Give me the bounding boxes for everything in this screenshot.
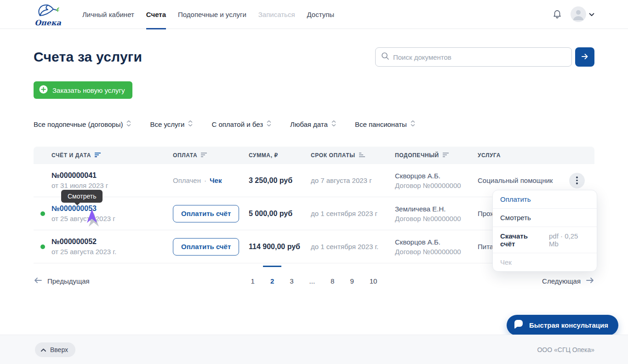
chevron-updown-icon (331, 120, 337, 128)
plus-circle-icon (39, 85, 48, 96)
due-date: до 7 августа 2023 г (311, 176, 395, 184)
top-nav-bar: Опека Личный кабинет Счета Подопечные и … (0, 0, 628, 29)
logo-wordmark: Опека (34, 19, 61, 27)
arrow-right-icon (580, 52, 589, 63)
search-box (375, 47, 572, 67)
page-button-1[interactable]: 1 (250, 277, 256, 285)
invoice-amount: 3 250,00 руб (249, 176, 311, 185)
table-header-row: СЧЁТ И ДАТА ОПЛАТА СУММА, ₽ СРОК ОПЛАТЫ … (34, 147, 594, 164)
page-button-9[interactable]: 9 (349, 277, 354, 285)
page-button-10[interactable]: 10 (369, 277, 378, 285)
chevron-updown-icon (266, 120, 272, 128)
menu-item-pay[interactable]: Оплатить (493, 190, 597, 208)
ward-contract: Договор №00000000 (395, 248, 478, 256)
ward-contract: Договор №00000000 (395, 215, 478, 222)
filter-wards-contracts[interactable]: Все подопечные (договоры) (34, 120, 131, 128)
sort-desc-icon (443, 152, 449, 159)
column-header-payment[interactable]: ОПЛАТА (173, 152, 249, 159)
scroll-to-top-button[interactable]: Вверх (35, 342, 75, 357)
due-date: до 1 сентября 2023 г (311, 210, 395, 217)
nav-item-access[interactable]: Доступы (301, 0, 341, 29)
page-button-8[interactable]: 8 (330, 277, 335, 285)
sort-desc-icon (201, 152, 207, 159)
due-date: до 1 сентября 2023 г. (311, 243, 395, 250)
payment-status: Оплачен (173, 176, 201, 184)
row-actions-menu: Оплатить Смотреть Скачать счёт pdf · 0,2… (492, 190, 597, 272)
nav-item-wards-services[interactable]: Подопечные и услуги (172, 0, 252, 29)
filters-bar: Все подопечные (договоры) Все услуги С о… (34, 120, 594, 128)
sort-asc-icon (359, 152, 365, 159)
menu-item-receipt: Чек (493, 253, 597, 271)
nav-item-signup: Записаться (252, 0, 301, 29)
tooltip: Смотреть (61, 190, 103, 203)
column-header-amount[interactable]: СУММА, ₽ (249, 152, 311, 159)
sort-desc-icon (95, 152, 101, 159)
pagination: Предыдущая 1 2 3 ... 8 9 10 Следующая (34, 277, 594, 285)
page-footer: Вверх ООО «СГЦ Опека» (0, 335, 628, 364)
ward-name: Скворцов А.Б. (395, 238, 478, 246)
invoice-number: №000000041 (51, 171, 173, 180)
nav-item-invoices[interactable]: Счета (140, 0, 172, 29)
ward-name: Скворцов А.Б. (395, 172, 478, 180)
pay-invoice-button[interactable]: Оплатить счёт (173, 205, 239, 222)
page-ellipsis: ... (308, 277, 316, 285)
invoice-number-link[interactable]: №000000053 (51, 205, 173, 213)
invoice-number: №000000052 (51, 238, 173, 246)
chevron-updown-icon (126, 120, 131, 128)
invoice-date: от 31 июля 2023 г (51, 182, 173, 189)
chevron-updown-icon (188, 120, 193, 128)
receipt-link[interactable]: Чек (210, 176, 222, 184)
service-name: Социальный помощник (478, 176, 559, 184)
nav-item-personal-account[interactable]: Личный кабинет (76, 0, 140, 29)
invoice-date: от 25 августа 2023 г. (51, 248, 173, 256)
filter-services[interactable]: Все услуги (150, 120, 193, 128)
menu-item-view[interactable]: Смотреть (493, 208, 597, 227)
chat-bubble-icon (513, 318, 525, 332)
page-title: Счета за услуги (34, 49, 142, 65)
invoice-amount: 5 000,00 руб (249, 210, 311, 218)
filter-payment-state[interactable]: С оплатой и без (211, 120, 272, 128)
ward-contract: Договор №00000000 (395, 182, 478, 189)
main-nav: Личный кабинет Счета Подопечные и услуги… (76, 0, 340, 29)
chevron-down-icon (589, 10, 594, 18)
filter-boarding-houses[interactable]: Все пансионаты (355, 120, 416, 128)
unpaid-status-dot (40, 211, 45, 216)
logo[interactable]: Опека (35, 3, 61, 27)
unpaid-status-dot (40, 245, 45, 249)
pay-invoice-button[interactable]: Оплатить счёт (173, 238, 239, 256)
bell-icon (552, 9, 562, 20)
user-menu[interactable] (571, 6, 594, 22)
column-header-due-date[interactable]: СРОК ОПЛАТЫ (311, 152, 395, 159)
ward-name: Земличева Е.Н. (395, 205, 478, 213)
invoice-date: от 25 августа 2023 г (51, 215, 173, 222)
invoice-amount: 114 900,00 руб (249, 243, 311, 251)
search-submit-button[interactable] (575, 47, 594, 67)
chevron-updown-icon (410, 120, 416, 128)
chevron-up-icon (40, 346, 46, 353)
filter-date[interactable]: Любая дата (290, 120, 337, 128)
invoices-table: СЧЁТ И ДАТА ОПЛАТА СУММА, ₽ СРОК ОПЛАТЫ … (34, 147, 594, 263)
file-meta: pdf · 0,25 Mb (549, 232, 589, 248)
order-new-service-button[interactable]: Заказать новую услугу (34, 81, 132, 99)
row-actions-kebab-button[interactable] (569, 173, 585, 188)
menu-item-download-invoice[interactable]: Скачать счёт pdf · 0,25 Mb (493, 227, 597, 253)
search-input[interactable] (393, 53, 566, 61)
column-header-invoice-date[interactable]: СЧЁТ И ДАТА (34, 152, 173, 159)
quick-consultation-button[interactable]: Быстрая консультация (507, 315, 618, 336)
search-icon (381, 52, 389, 62)
avatar (571, 6, 586, 22)
company-name: ООО «СГЦ Опека» (537, 346, 594, 353)
notifications-button[interactable] (552, 9, 562, 20)
column-header-service[interactable]: УСЛУГА (478, 152, 559, 159)
page-button-3[interactable]: 3 (289, 277, 294, 285)
page-button-2-active[interactable]: 2 (269, 277, 275, 285)
column-header-ward[interactable]: ПОДОПЕЧНЫЙ (395, 152, 478, 159)
